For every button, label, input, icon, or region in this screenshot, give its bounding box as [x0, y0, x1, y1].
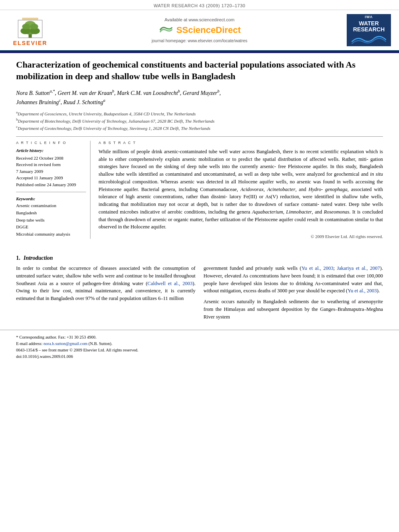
abstract-header: A B S T R A C T	[99, 141, 383, 145]
wr-title-label: WATERRESEARCH	[353, 21, 385, 33]
keywords-list: Arsenic contamination Bangladesh Deep tu…	[16, 202, 86, 238]
sciencedirect-text: SScienceDirect	[176, 25, 241, 35]
intro-right-text-1: government funded and privately sunk wel…	[204, 265, 383, 295]
intro-title: Introduction	[24, 255, 53, 261]
center-header: Available at www.sciencedirect.com SScie…	[52, 17, 347, 43]
affiliations: aDepartment of Geosciences, Utrecht Univ…	[16, 110, 383, 131]
journal-header-text: WATER RESEARCH 43 (2009) 1720–1730	[154, 3, 245, 8]
abstract-col: A B S T R A C T While millions of people…	[99, 141, 383, 239]
introduction-section: 1. Introduction In order to combat the o…	[0, 255, 399, 324]
water-research-logo: IWA WATERRESEARCH	[347, 14, 391, 46]
article-content: Characterization of geochemical constitu…	[0, 53, 399, 247]
journal-homepage-text: journal homepage: www.elsevier.com/locat…	[52, 38, 347, 43]
email-label: E-mail address:	[16, 341, 43, 346]
corresponding-author-text: * Corresponding author. Fax: +31 30 253 …	[16, 335, 97, 339]
wr-iwa-label: IWA	[365, 15, 373, 19]
intro-left-col: In order to combat the occurrence of dis…	[16, 265, 195, 324]
copyright-text: © 2009 Elsevier Ltd. All rights reserved…	[99, 234, 383, 239]
email-recipient: (N.B. Sutton).	[88, 341, 113, 346]
svg-point-6	[30, 24, 38, 29]
intro-left-text: In order to combat the occurrence of dis…	[16, 265, 195, 302]
abstract-text: While millions of people drink arsenic-c…	[99, 148, 383, 231]
intro-number: 1.	[16, 255, 21, 261]
info-abstract-cols: A R T I C L E I N F O Article history: R…	[16, 141, 383, 239]
corresponding-author-note: * Corresponding author. Fax: +31 30 253 …	[16, 334, 383, 341]
email-note: E-mail address: nora.b.sutton@gmail.com …	[16, 341, 383, 347]
wr-wave-svg	[351, 34, 387, 45]
yu-link-1[interactable]: Yu et al., 2003	[301, 265, 333, 271]
jakariya-link[interactable]: Jakariya et al., 2007	[337, 265, 380, 271]
available-text: Available at www.sciencedirect.com	[52, 17, 347, 22]
sd-logo-icon	[158, 24, 174, 36]
authors-line: Nora B. Suttona,*, Geert M. van der Kraa…	[16, 88, 383, 106]
keywords-label: Keywords:	[16, 196, 86, 201]
elsevier-text: ELSEVIER	[13, 40, 47, 46]
intro-two-col: In order to combat the occurrence of dis…	[16, 265, 383, 324]
doi-line: doi:10.1016/j.watres.2009.01.006	[16, 353, 383, 360]
article-info-header: A R T I C L E I N F O	[16, 141, 86, 145]
article-history-label: Article history:	[16, 148, 86, 153]
intro-right-col: government funded and privately sunk wel…	[204, 265, 383, 324]
divider-1	[16, 136, 383, 137]
divider-keywords	[16, 192, 86, 192]
elsevier-tree-svg	[14, 17, 46, 39]
svg-rect-8	[22, 18, 38, 20]
yu-link-2[interactable]: Yu et al., 2003	[348, 288, 377, 294]
email-link[interactable]: nora.b.sutton@gmail.com	[43, 341, 87, 346]
intro-title-container: 1. Introduction	[16, 255, 383, 261]
caldwell-link[interactable]: Caldwell et al., 2003	[148, 281, 193, 286]
article-info-col: A R T I C L E I N F O Article history: R…	[16, 141, 90, 239]
article-title: Characterization of geochemical constitu…	[16, 59, 383, 82]
journal-header: WATER RESEARCH 43 (2009) 1720–1730	[0, 0, 399, 10]
intro-right-text-2: Arsenic occurs naturally in Bangladesh s…	[204, 298, 383, 320]
footer-section: * Corresponding author. Fax: +31 30 253 …	[0, 330, 399, 364]
issn-line: 0043-1354/$ – see front matter © 2009 El…	[16, 347, 383, 353]
sciencedirect-logo: SScienceDirect	[52, 24, 347, 36]
article-history-text: Received 22 October 2008 Received in rev…	[16, 155, 86, 188]
elsevier-logo: ELSEVIER	[8, 14, 52, 46]
svg-point-5	[22, 24, 30, 29]
page: WATER RESEARCH 43 (2009) 1720–1730 ELSEV…	[0, 0, 399, 532]
logo-bar: ELSEVIER Available at www.sciencedirect.…	[0, 10, 399, 51]
